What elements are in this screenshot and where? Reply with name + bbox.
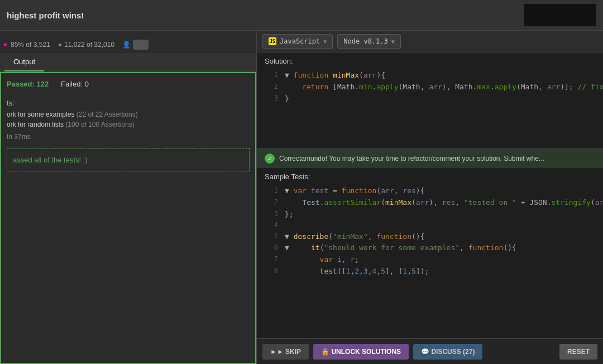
line-number: 2 xyxy=(261,82,278,92)
line-number: 1 xyxy=(261,70,278,80)
divider xyxy=(7,93,250,93)
code-line: 1▼ function minMax(arr){ xyxy=(257,70,603,82)
header-right xyxy=(524,4,596,26)
test-item-1: ork for some examples (22 of 22 Assertio… xyxy=(7,111,250,118)
completion-value: 85% of 3,521 xyxy=(11,41,50,49)
unlock-button[interactable]: 🔒 UNLOCK SOLUTIONS xyxy=(313,344,409,360)
challenge-meta: ★ 85% of 3,521 ● 11,022 of 32,010 👤 xyxy=(2,40,250,50)
lang-bar: JS JavaScript ▼ Node v8.1.3 ▼ xyxy=(257,31,603,52)
success-message: assed all of the tests! :) xyxy=(13,156,88,164)
success-text: Correctamundo! You may take your time to… xyxy=(279,155,544,162)
code-line: 6▼ it("should work for some examples", f… xyxy=(257,242,603,254)
reset-button[interactable]: RESET xyxy=(559,344,597,360)
sample-tests-label: Sample Tests: xyxy=(257,168,603,183)
header-dark-box xyxy=(524,4,596,26)
code-editor[interactable]: 1▼ function minMax(arr){2 return [Math.m… xyxy=(257,68,603,149)
js-icon: JS xyxy=(269,37,276,45)
success-icon: ✓ xyxy=(265,154,275,164)
discuss-button[interactable]: 💬 DISCUSS (27) xyxy=(413,344,482,360)
success-box: assed all of the tests! :) xyxy=(7,149,250,171)
line-number: 7 xyxy=(261,254,278,265)
test-name-2: ork for random lists xyxy=(7,121,64,128)
tab-output[interactable]: Output xyxy=(4,53,44,71)
runtime-label: Node v8.1.3 xyxy=(343,37,387,45)
runtime-chevron-icon: ▼ xyxy=(391,39,395,45)
skip-button[interactable]: ►► SKIP xyxy=(262,344,309,360)
sample-code-lines: 1▼ var test = function(arr, res){2 Test.… xyxy=(257,183,603,280)
solution-label: Solution: xyxy=(257,52,603,68)
code-text: test([1,2,3,4,5], [1,5]); xyxy=(285,266,429,277)
code-line: 8 test([1,2,3,4,5], [1,5]); xyxy=(257,266,603,277)
votes-value: 11,022 of 32,010 xyxy=(64,41,114,49)
code-line: 3} xyxy=(257,93,603,105)
code-line: 3}; xyxy=(257,209,603,221)
code-text: } xyxy=(285,93,289,105)
user-icon: 👤 xyxy=(122,41,131,49)
line-number: 2 xyxy=(261,197,278,208)
code-lines: 1▼ function minMax(arr){2 return [Math.m… xyxy=(257,68,603,107)
meta-votes: ● 11,022 of 32,010 xyxy=(58,41,114,49)
test-assertions-2: (100 of 100 Assertions) xyxy=(65,121,134,128)
left-panel: ★ 85% of 3,521 ● 11,022 of 32,010 👤 Outp… xyxy=(0,31,257,364)
code-line: 2 Test.assertSimilar(minMax(arr), res, "… xyxy=(257,197,603,209)
test-name-1: ork for some examples xyxy=(7,111,74,118)
code-text: ▼ var test = function(arr, res){ xyxy=(285,185,425,197)
output-content: Passed: 122 Failed: 0 ts: ork for some e… xyxy=(0,72,256,364)
challenge-header: ★ 85% of 3,521 ● 11,022 of 32,010 👤 xyxy=(0,31,256,53)
success-bar: ✓ Correctamundo! You may take your time … xyxy=(257,149,603,168)
line-number: 8 xyxy=(261,266,278,276)
code-text: ▼ function minMax(arr){ xyxy=(285,70,385,82)
code-text: }; xyxy=(285,209,294,221)
language-selector[interactable]: JS JavaScript ▼ xyxy=(262,34,333,49)
passed-count: Passed: 122 xyxy=(7,80,49,88)
challenge-title-header: highest profit wins! xyxy=(7,11,84,20)
code-line: 2 return [Math.min.apply(Math, arr), Mat… xyxy=(257,82,603,93)
code-line: 1▼ var test = function(arr, res){ xyxy=(257,185,603,197)
line-number: 3 xyxy=(261,209,278,219)
line-number: 5 xyxy=(261,231,278,242)
line-number: 4 xyxy=(261,220,278,231)
line-number: 3 xyxy=(261,93,278,104)
test-results-line: Passed: 122 Failed: 0 xyxy=(7,80,250,88)
star-icon: ★ xyxy=(2,41,8,49)
code-line: 5▼ describe("minMax", function(){ xyxy=(257,231,603,243)
tests-heading: ts: xyxy=(7,99,250,107)
code-line: 7 var i, r; xyxy=(257,254,603,266)
lang-chevron-icon: ▼ xyxy=(323,39,327,45)
meta-completion: ★ 85% of 3,521 xyxy=(2,41,50,49)
right-panel: JS JavaScript ▼ Node v8.1.3 ▼ Solution: … xyxy=(257,31,603,364)
line-number: 1 xyxy=(261,185,278,196)
top-header: highest profit wins! xyxy=(0,0,603,31)
language-label: JavaScript xyxy=(280,37,320,45)
code-text: Test.assertSimilar(minMax(arr), res, "te… xyxy=(285,197,603,209)
output-tab-bar: Output xyxy=(0,53,256,72)
code-text: ▼ describe("minMax", function(){ xyxy=(285,231,425,243)
line-number: 6 xyxy=(261,242,278,253)
meta-user: 👤 xyxy=(122,40,149,50)
runtime-selector[interactable]: Node v8.1.3 ▼ xyxy=(337,34,401,49)
timing: In 37ms xyxy=(7,133,250,141)
user-avatar xyxy=(133,40,149,50)
circle-icon: ● xyxy=(58,41,62,49)
code-text: return [Math.min.apply(Math, arr), Math.… xyxy=(285,82,603,93)
code-text: var i, r; xyxy=(285,254,359,266)
bottom-bar: ►► SKIP 🔒 UNLOCK SOLUTIONS 💬 DISCUSS (27… xyxy=(257,338,603,364)
code-line: 4 xyxy=(257,220,603,231)
main-area: ★ 85% of 3,521 ● 11,022 of 32,010 👤 Outp… xyxy=(0,31,603,364)
failed-count: Failed: 0 xyxy=(61,80,89,88)
test-assertions-1: (22 of 22 Assertions) xyxy=(76,111,138,118)
sample-code-editor[interactable]: 1▼ var test = function(arr, res){2 Test.… xyxy=(257,183,603,338)
test-item-2: ork for random lists (100 of 100 Asserti… xyxy=(7,121,250,128)
code-text: ▼ it("should work for some examples", fu… xyxy=(285,242,516,254)
